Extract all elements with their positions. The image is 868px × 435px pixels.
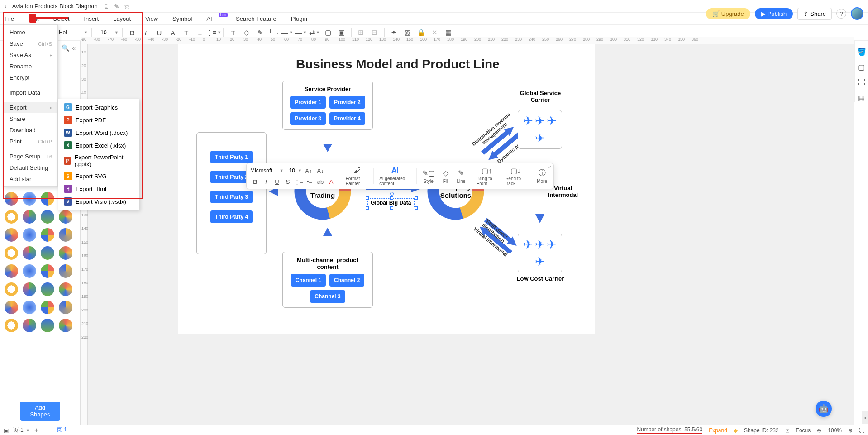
canvas-area[interactable]: Business Model and Product Line Service …	[88, 44, 854, 425]
menu-insert[interactable]: Insert	[84, 15, 99, 22]
third-party-1-chip[interactable]: Third Party 1	[210, 151, 253, 163]
shape-thumbnail[interactable]	[22, 209, 37, 225]
resize-handle-s[interactable]	[390, 206, 393, 210]
file-menu-share[interactable]: Share	[4, 113, 57, 124]
back-icon[interactable]: ‹	[5, 3, 7, 10]
file-menu-add-star[interactable]: Add star	[4, 173, 57, 185]
service-provider-box[interactable]: Service Provider Provider 1 Provider 2 P…	[282, 81, 373, 130]
file-menu-download[interactable]: Download	[4, 124, 57, 136]
export-word[interactable]: WExport Word (.docx)	[58, 126, 139, 139]
provider-4-chip[interactable]: Provider 4	[329, 112, 365, 125]
chevron-down-icon[interactable]: ▼	[84, 30, 88, 35]
publish-button[interactable]: ▶ Publish	[755, 8, 793, 19]
export-visio[interactable]: VExport Visio (.vsdx)	[58, 195, 139, 208]
paint-bucket-icon[interactable]: 🪣	[857, 47, 866, 56]
third-party-3-chip[interactable]: Third Party 3	[210, 191, 253, 203]
resize-handle-nw[interactable]	[366, 196, 369, 200]
collapse-icon[interactable]: «	[72, 44, 76, 52]
help-icon[interactable]: ?	[836, 9, 846, 19]
edit-title-icon[interactable]: ✎	[114, 3, 119, 10]
save-icon[interactable]: 🗎	[103, 3, 110, 10]
shape-thumbnail[interactable]	[40, 318, 55, 333]
font-shrink-button[interactable]: A↓	[315, 166, 325, 176]
zoom-in-button[interactable]: ⊕	[848, 427, 853, 434]
menu-ai[interactable]: AIhot	[206, 15, 221, 22]
resize-handle-sw[interactable]	[366, 206, 369, 210]
float-fontsize-input[interactable]: 10	[289, 167, 295, 174]
third-party-4-chip[interactable]: Third Party 4	[210, 210, 253, 223]
multichannel-box[interactable]: Multi-channel product content Channel 1 …	[282, 252, 373, 308]
search-icon[interactable]: 🔍	[62, 44, 69, 52]
rotation-handle[interactable]	[390, 192, 394, 196]
file-menu-save-as[interactable]: Save As▸	[4, 49, 57, 61]
shape-thumbnail[interactable]	[22, 263, 37, 279]
shape-thumbnail[interactable]	[4, 191, 19, 206]
shape-thumbnail[interactable]	[40, 209, 55, 225]
strike-button[interactable]: S	[283, 177, 293, 186]
format-painter-button[interactable]: 🖌Format Painter	[343, 165, 371, 187]
shape-thumbnail[interactable]	[58, 300, 73, 315]
export-svg[interactable]: SExport SVG	[58, 170, 139, 182]
shape-thumbnail[interactable]	[4, 263, 19, 279]
shape-thumbnail[interactable]	[4, 209, 19, 225]
channel-1-chip[interactable]: Channel 1	[291, 274, 326, 287]
star-icon[interactable]: ☆	[124, 3, 130, 10]
shape-thumbnail[interactable]	[40, 191, 55, 206]
file-menu-default-setting[interactable]: Default Setting	[4, 162, 57, 173]
more-button[interactable]: ⓘMore	[534, 168, 550, 185]
font-size-input[interactable]	[95, 29, 112, 37]
file-menu-export[interactable]: Export▸	[4, 102, 57, 113]
zoom-out-button[interactable]: ⊖	[817, 427, 821, 434]
highlight-button[interactable]: ab	[315, 177, 325, 186]
share-button[interactable]: ⇪ Share	[797, 8, 832, 20]
file-menu-import[interactable]: Import Data	[4, 87, 57, 98]
provider-3-chip[interactable]: Provider 3	[290, 112, 326, 125]
export-excel[interactable]: XExport Excel (.xlsx)	[58, 139, 139, 152]
export-html[interactable]: HExport Html	[58, 182, 139, 195]
focus-label[interactable]: Focus	[796, 427, 811, 434]
bring-front-button[interactable]: ▢↑Bring to Front	[474, 165, 500, 187]
shape-thumbnail[interactable]	[40, 245, 55, 261]
page-canvas[interactable]: Business Model and Product Line Service …	[178, 44, 595, 334]
file-menu-print[interactable]: PrintCtrl+P	[4, 136, 57, 147]
shape-thumbnail[interactable]	[40, 227, 55, 243]
shape-thumbnail[interactable]	[4, 282, 19, 297]
shape-thumbnail[interactable]	[58, 245, 73, 261]
resize-handle-n[interactable]	[390, 196, 393, 200]
page-tab-1[interactable]: 页-1	[52, 425, 72, 435]
menu-search-feature[interactable]: Search Feature	[236, 15, 277, 22]
pages-icon[interactable]: ▣	[4, 427, 9, 434]
send-back-button[interactable]: ▢↓Send to Back	[503, 165, 529, 187]
export-pdf[interactable]: PExport PDF	[58, 114, 139, 126]
page-selector[interactable]: 页-1 ▼	[13, 426, 30, 434]
global-big-data-selected[interactable]: Global Big Data	[367, 198, 415, 207]
ai-content-button[interactable]: AIAI generated content	[377, 165, 414, 187]
shape-thumbnail[interactable]	[22, 282, 37, 297]
shape-thumbnail[interactable]	[22, 318, 37, 333]
focus-icon[interactable]: ⊡	[785, 427, 790, 434]
export-graphics[interactable]: GExport Graphics	[58, 101, 139, 114]
fullscreen-icon[interactable]: ⛶	[859, 427, 864, 434]
provider-1-chip[interactable]: Provider 1	[290, 96, 326, 109]
grid-icon[interactable]: ▦	[857, 93, 866, 102]
shape-thumbnail[interactable]	[40, 263, 55, 279]
menu-symbol[interactable]: Symbol	[172, 15, 192, 22]
file-menu-encrypt[interactable]: Encrypt	[4, 72, 57, 83]
shape-thumbnail[interactable]	[58, 227, 73, 243]
resize-handle-se[interactable]	[415, 206, 418, 210]
bullet-list-button[interactable]: •≡	[305, 177, 315, 186]
font-grow-button[interactable]: A↑	[304, 166, 314, 176]
shape-thumbnail[interactable]	[22, 300, 37, 315]
shape-thumbnail[interactable]	[58, 282, 73, 297]
menu-file[interactable]: File	[5, 15, 14, 22]
menu-plugin[interactable]: Plugin	[291, 15, 307, 22]
shape-thumbnail[interactable]	[4, 318, 19, 333]
expand-link[interactable]: Expand	[709, 427, 727, 434]
float-font-select[interactable]: Microsoft...	[250, 167, 277, 174]
file-menu-home[interactable]: Home	[4, 27, 57, 38]
numbered-list-button[interactable]: ⋮≡	[294, 177, 304, 186]
low-cost-planes[interactable]: ✈✈ ✈✈	[518, 234, 562, 272]
third-party-box[interactable]: Third Party 1 Third Party 2 Third Party …	[196, 132, 267, 254]
align-button[interactable]: ≡	[327, 166, 337, 176]
style-button[interactable]: ✎▢Style	[420, 168, 438, 185]
